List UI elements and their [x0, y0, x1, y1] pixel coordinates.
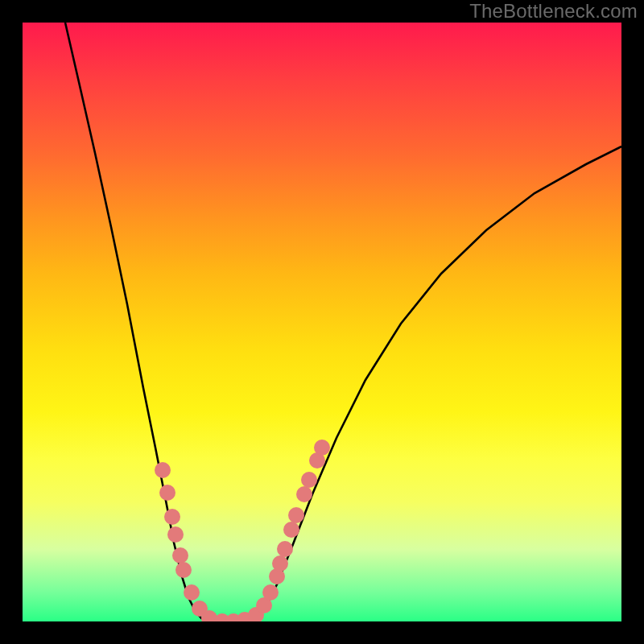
chart-svg: [23, 23, 621, 621]
highlight-dot: [288, 507, 304, 523]
highlight-dot: [296, 486, 312, 502]
highlight-dot: [272, 555, 288, 572]
highlight-dot: [283, 522, 299, 538]
highlight-dot: [167, 526, 184, 543]
curve-left-branch: [65, 23, 208, 621]
highlight-dot: [314, 440, 330, 456]
marker-group: [155, 440, 330, 621]
highlight-dot: [184, 584, 200, 601]
highlight-dot: [175, 562, 192, 578]
chart-frame: TheBottleneck.com: [0, 0, 644, 644]
curve-right-branch: [254, 147, 621, 621]
highlight-dot: [301, 472, 317, 488]
watermark-label: TheBottleneck.com: [469, 0, 638, 23]
highlight-dot: [164, 509, 180, 525]
highlight-dot: [159, 485, 175, 501]
highlight-dot: [277, 541, 293, 557]
highlight-dot: [262, 584, 279, 601]
highlight-dot: [155, 462, 171, 478]
highlight-dot: [172, 547, 188, 564]
